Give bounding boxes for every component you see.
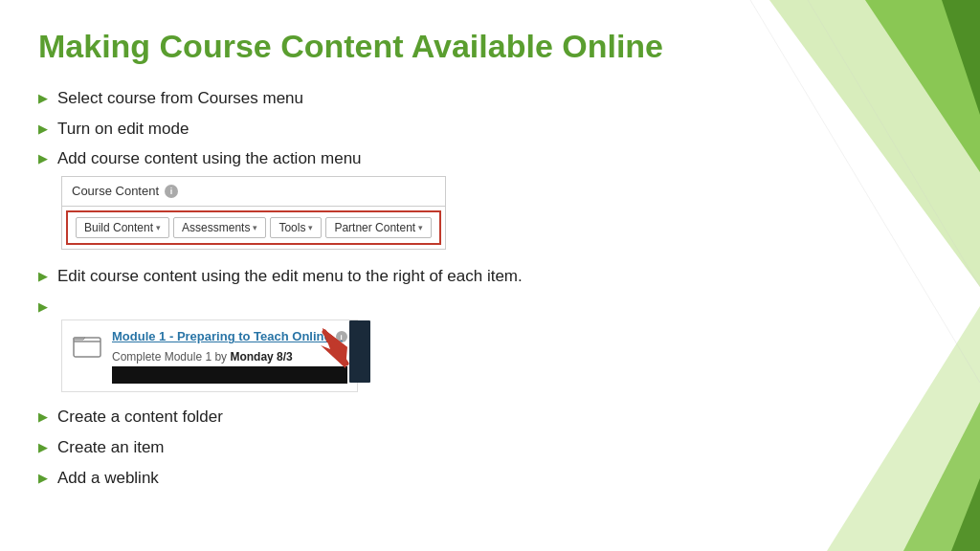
tools-button[interactable]: Tools ▾	[270, 217, 322, 238]
list-item: ▶ Module 1 - Preparing to Teach Online i	[38, 296, 708, 398]
info-icon: i	[165, 185, 178, 198]
list-item-text: Edit course content using the edit menu …	[57, 265, 708, 288]
course-content-header: Course Content i	[62, 177, 445, 207]
svg-rect-9	[349, 320, 370, 383]
folder-icon	[72, 330, 102, 361]
partner-content-button[interactable]: Partner Content ▾	[325, 217, 432, 238]
page-title: Making Course Content Available Online	[38, 27, 708, 66]
list-item: ▶ Select course from Courses menu	[38, 87, 708, 110]
course-content-label: Course Content	[72, 183, 159, 200]
caret-icon: ▾	[253, 223, 257, 232]
list-item: ▶ Create an item	[38, 436, 708, 459]
bullet-arrow-icon: ▶	[38, 298, 48, 316]
bullet-arrow-icon: ▶	[38, 408, 48, 426]
list-item: ▶ Add course content using the action me…	[38, 147, 708, 257]
bullet-list: ▶ Select course from Courses menu ▶ Turn…	[38, 87, 708, 490]
bullet-arrow-icon: ▶	[38, 121, 48, 138]
list-item-text: Select course from Courses menu	[57, 87, 708, 110]
list-item-text: Create an item	[57, 436, 708, 459]
caret-icon: ▾	[418, 223, 423, 232]
list-item-text: Add course content using the action menu	[57, 147, 362, 170]
red-arrow-icon	[313, 320, 375, 383]
caret-icon: ▾	[308, 223, 313, 232]
list-item-text: Add a weblink	[57, 467, 708, 490]
bullet-arrow-icon: ▶	[38, 268, 48, 285]
list-item-text: Create a content folder	[57, 406, 708, 429]
assessments-button[interactable]: Assessments ▾	[173, 217, 266, 238]
caret-icon: ▾	[156, 223, 161, 232]
svg-rect-8	[74, 338, 100, 357]
build-content-button[interactable]: Build Content ▾	[76, 217, 169, 238]
bullet-arrow-icon: ▶	[38, 439, 48, 456]
list-item: ▶ Turn on edit mode	[38, 118, 708, 141]
action-menu-bar: Build Content ▾ Assessments ▾ Tools ▾ Pa…	[66, 210, 441, 245]
list-item: ▶ Edit course content using the edit men…	[38, 265, 708, 288]
bullet-arrow-icon: ▶	[38, 150, 48, 167]
bullet-arrow-icon: ▶	[38, 470, 48, 487]
bullet-arrow-icon: ▶	[38, 90, 48, 107]
list-item: ▶ Add a weblink	[38, 467, 708, 490]
list-item-text: Turn on edit mode	[57, 118, 708, 141]
list-item: ▶ Create a content folder	[38, 406, 708, 429]
course-content-box: Course Content i Build Content ▾ Assessm…	[61, 176, 446, 250]
